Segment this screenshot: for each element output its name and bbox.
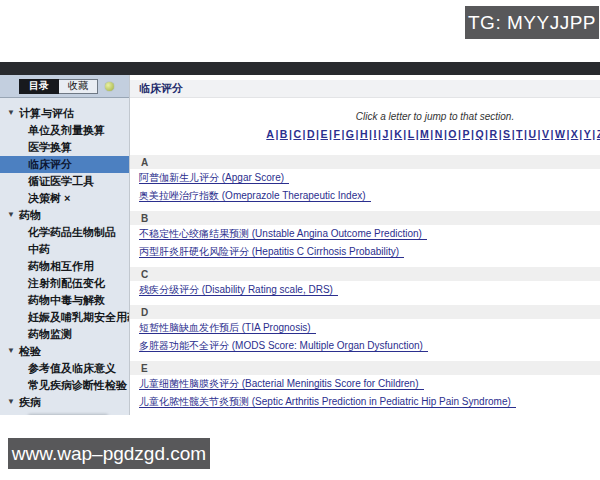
score-link-row: 阿普伽新生儿评分 (Apgar Score) xyxy=(130,169,600,187)
sidebar-item[interactable]: 中药 xyxy=(0,241,129,258)
score-link[interactable]: 阿普伽新生儿评分 (Apgar Score) xyxy=(139,172,289,184)
letter-link-N[interactable]: N xyxy=(435,128,443,140)
score-link[interactable]: 短暂性脑缺血发作预后 (TIA Prognosis) xyxy=(139,322,316,334)
sidebar-group-疾病[interactable]: ▼疾病 xyxy=(0,394,129,411)
telegram-watermark-text: TG: MYYJJPP xyxy=(468,12,596,34)
telegram-watermark: TG: MYYJJPP xyxy=(465,6,599,39)
score-link[interactable]: 残疾分级评分 (Disability Rating scale, DRS) xyxy=(139,284,338,296)
score-link-row: 奥美拉唑治疗指数 (Omeprazole Therapeutic Index) xyxy=(130,187,600,205)
sidebar-item[interactable]: 医学换算 xyxy=(0,139,129,156)
score-link-row: 丙型肝炎肝硬化风险评分 (Hepatitis C Cirrhosis Proba… xyxy=(130,243,600,261)
score-link[interactable]: 儿童细菌性脑膜炎评分 (Bacterial Meningitis Score f… xyxy=(139,378,424,390)
site-watermark: www.wap–pgdzgd.com xyxy=(8,438,210,469)
sidebar-item[interactable]: 药物相互作用 xyxy=(0,258,129,275)
letter-link-Q[interactable]: Q xyxy=(475,128,484,140)
letter-link-D[interactable]: D xyxy=(307,128,315,140)
center-zone: Click a letter to jump to that section. … xyxy=(130,111,600,140)
tab-favorites-label: 收藏 xyxy=(68,79,88,93)
sidebar-group-检验[interactable]: ▼检验 xyxy=(0,343,129,360)
score-link[interactable]: 不稳定性心绞痛结果预测 (Unstable Angina Outcome Pre… xyxy=(139,228,427,240)
score-link[interactable]: 多脏器功能不全评分 (MODS Score: Multiple Organ Dy… xyxy=(139,340,428,352)
score-link[interactable]: 儿童化脓性髋关节炎预测 (Septic Arthritis Prediction… xyxy=(139,396,516,408)
letter-link-J[interactable]: J xyxy=(382,128,388,140)
score-link-row: 不稳定性心绞痛结果预测 (Unstable Angina Outcome Pre… xyxy=(130,225,600,243)
tab-directory[interactable]: 目录 xyxy=(19,79,59,94)
sidebar-item[interactable]: 化学药品生物制品 xyxy=(0,224,129,241)
sidebar-item[interactable]: 决策树 × xyxy=(0,190,129,207)
window-divider-bar xyxy=(0,62,600,75)
letter-link-G[interactable]: G xyxy=(346,128,355,140)
sidebar-item[interactable]: 妊娠及哺乳期安全用药 xyxy=(0,309,129,326)
score-link-row: 儿童化脓性髋关节炎预测 (Septic Arthritis Prediction… xyxy=(130,393,600,411)
section-header-C: C xyxy=(130,267,600,281)
letter-link-V[interactable]: V xyxy=(542,128,550,140)
sidebar-item-partial xyxy=(28,414,108,415)
letter-link-H[interactable]: H xyxy=(360,128,368,140)
score-link-row: 多脏器功能不全评分 (MODS Score: Multiple Organ Dy… xyxy=(130,337,600,355)
chevron-down-icon: ▼ xyxy=(7,108,15,117)
sidebar: 目录 收藏 ▼计算与评估单位及剂量换算医学换算临床评分循证医学工具决策树 ×▼药… xyxy=(0,75,130,415)
letter-link-U[interactable]: U xyxy=(528,128,536,140)
content-header: 临床评分 xyxy=(130,80,600,98)
sidebar-item[interactable]: 药物中毒与解救 xyxy=(0,292,129,309)
score-link-row: 儿童细菌性脑膜炎评分 (Bacterial Meningitis Score f… xyxy=(130,375,600,393)
sidebar-group-label: 计算与评估 xyxy=(19,106,74,121)
letter-link-R[interactable]: R xyxy=(490,128,498,140)
letter-link-B[interactable]: B xyxy=(280,128,288,140)
chevron-down-icon: ▼ xyxy=(7,210,15,219)
letter-link-P[interactable]: P xyxy=(462,128,470,140)
chevron-down-icon: ▼ xyxy=(7,397,15,406)
sidebar-item[interactable]: 常见疾病诊断性检验 xyxy=(0,377,129,394)
letter-link-L[interactable]: L xyxy=(408,128,415,140)
letter-link-S[interactable]: S xyxy=(503,128,511,140)
sidebar-group-label: 药物 xyxy=(19,208,41,223)
section-header-E: E xyxy=(130,361,600,375)
score-link-row: 短暂性脑缺血发作预后 (TIA Prognosis) xyxy=(130,319,600,337)
sidebar-nav: ▼计算与评估单位及剂量换算医学换算临床评分循证医学工具决策树 ×▼药物化学药品生… xyxy=(0,98,129,415)
sidebar-item[interactable]: 参考值及临床意义 xyxy=(0,360,129,377)
score-sections: A阿普伽新生儿评分 (Apgar Score)奥美拉唑治疗指数 (Omepraz… xyxy=(130,155,600,411)
letter-link-T[interactable]: T xyxy=(516,128,523,140)
section-header-D: D xyxy=(130,305,600,319)
tab-favorites[interactable]: 收藏 xyxy=(59,79,98,94)
section-header-A: A xyxy=(130,155,600,169)
letter-link-O[interactable]: O xyxy=(448,128,457,140)
sidebar-tabbar: 目录 收藏 xyxy=(0,75,129,98)
section-header-B: B xyxy=(130,211,600,225)
sidebar-group-label: 检验 xyxy=(19,344,41,359)
app-window: 目录 收藏 ▼计算与评估单位及剂量换算医学换算临床评分循证医学工具决策树 ×▼药… xyxy=(0,75,600,415)
sidebar-item[interactable]: 单位及剂量换算 xyxy=(0,122,129,139)
sidebar-item[interactable]: 药物监测 xyxy=(0,326,129,343)
letter-hint: Click a letter to jump to that section. xyxy=(130,111,600,122)
help-icon[interactable] xyxy=(105,82,114,91)
score-link[interactable]: 丙型肝炎肝硬化风险评分 (Hepatitis C Cirrhosis Proba… xyxy=(139,246,404,258)
site-watermark-text: www.wap–pgdzgd.com xyxy=(12,443,206,465)
score-link-row: 残疾分级评分 (Disability Rating scale, DRS) xyxy=(130,281,600,299)
sidebar-group-计算与评估[interactable]: ▼计算与评估 xyxy=(0,105,129,122)
letter-link-M[interactable]: M xyxy=(420,128,429,140)
score-link[interactable]: 奥美拉唑治疗指数 (Omeprazole Therapeutic Index) xyxy=(139,190,371,202)
sidebar-item[interactable]: 临床评分 xyxy=(0,156,129,173)
chevron-down-icon: ▼ xyxy=(7,346,15,355)
letter-link-W[interactable]: W xyxy=(555,128,565,140)
sidebar-group-label: 疾病 xyxy=(19,395,41,410)
sidebar-item[interactable]: 循证医学工具 xyxy=(0,173,129,190)
letter-link-E[interactable]: E xyxy=(320,128,328,140)
content-panel: 临床评分 Click a letter to jump to that sect… xyxy=(130,75,600,415)
letter-nav: A|B|C|D|E|F|G|H|I|J|K|L|M|N|O|P|Q|R|S|T|… xyxy=(130,128,600,140)
page-title: 临床评分 xyxy=(139,81,183,96)
tab-directory-label: 目录 xyxy=(29,79,49,93)
sidebar-item[interactable]: 注射剂配伍变化 xyxy=(0,275,129,292)
sidebar-group-药物[interactable]: ▼药物 xyxy=(0,207,129,224)
screenshot-stage: TG: MYYJJPP 目录 收藏 ▼计算与评估单位及剂量换算医学换算临床评分循… xyxy=(0,0,600,480)
